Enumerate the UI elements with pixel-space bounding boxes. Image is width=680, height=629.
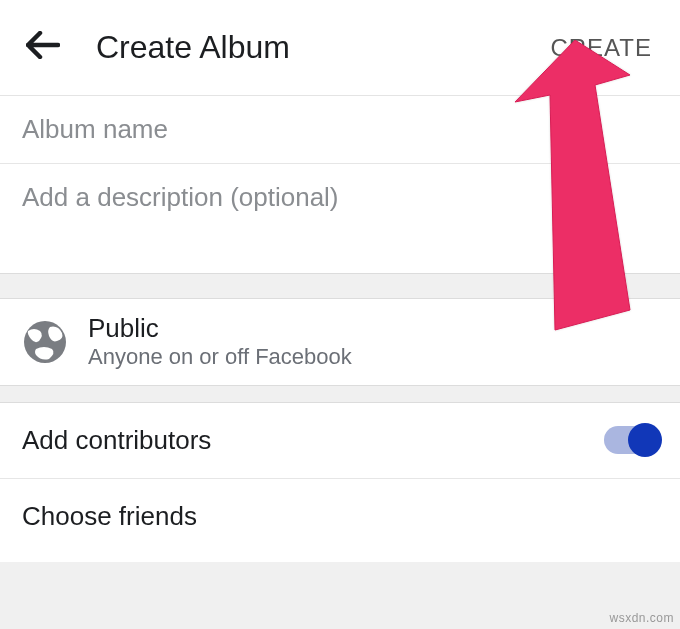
add-contributors-toggle[interactable] — [604, 426, 658, 454]
privacy-section: Public Anyone on or off Facebook — [0, 299, 680, 385]
app-header: Create Album CREATE — [0, 0, 680, 96]
back-button[interactable] — [22, 22, 64, 73]
privacy-subtitle: Anyone on or off Facebook — [88, 344, 352, 370]
album-details-section: Album name Add a description (optional) — [0, 96, 680, 273]
privacy-label: Public — [88, 313, 352, 344]
choose-friends-button[interactable]: Choose friends — [0, 479, 680, 562]
watermark: wsxdn.com — [609, 611, 674, 625]
contributors-section: Add contributors Choose friends — [0, 403, 680, 562]
section-divider — [0, 385, 680, 403]
globe-icon — [22, 319, 68, 365]
arrow-left-icon — [26, 31, 60, 59]
section-divider — [0, 273, 680, 299]
privacy-text: Public Anyone on or off Facebook — [88, 313, 352, 371]
privacy-selector[interactable]: Public Anyone on or off Facebook — [0, 299, 680, 385]
page-title: Create Album — [96, 29, 544, 66]
album-name-input[interactable]: Album name — [0, 96, 680, 164]
add-contributors-row: Add contributors — [0, 403, 680, 479]
album-description-input[interactable]: Add a description (optional) — [0, 164, 680, 273]
add-contributors-label: Add contributors — [22, 425, 604, 456]
create-button[interactable]: CREATE — [544, 26, 658, 70]
